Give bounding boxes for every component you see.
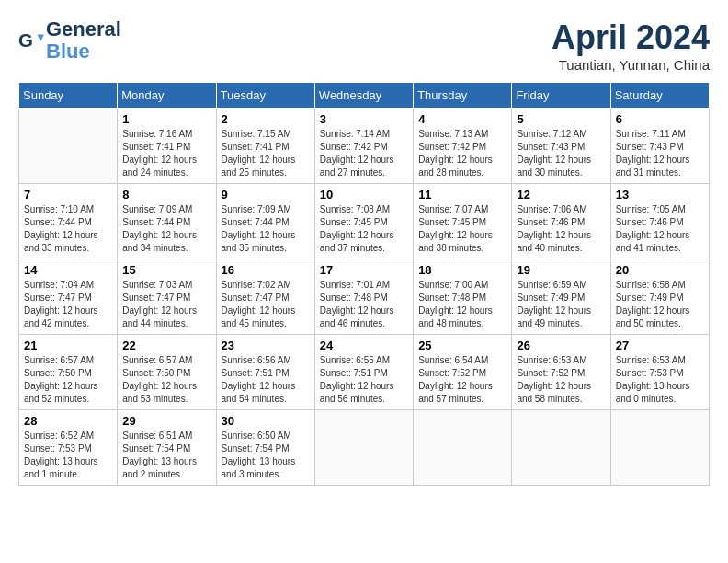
calendar-day-cell: 15Sunrise: 7:03 AM Sunset: 7:47 PM Dayli… <box>118 259 216 335</box>
day-number: 2 <box>222 112 310 126</box>
day-number: 18 <box>418 263 506 277</box>
day-info: Sunrise: 6:52 AM Sunset: 7:53 PM Dayligh… <box>24 430 112 481</box>
calendar-day-cell: 12Sunrise: 7:06 AM Sunset: 7:46 PM Dayli… <box>512 184 610 259</box>
day-number: 16 <box>222 263 310 277</box>
calendar-day-cell <box>314 410 413 486</box>
day-info: Sunrise: 7:16 AM Sunset: 7:41 PM Dayligh… <box>122 128 210 179</box>
calendar-day-cell: 27Sunrise: 6:53 AM Sunset: 7:53 PM Dayli… <box>610 335 709 410</box>
title-block: April 2024 Tuantian, Yunnan, China <box>552 18 710 73</box>
calendar-day-cell: 28Sunrise: 6:52 AM Sunset: 7:53 PM Dayli… <box>19 410 118 486</box>
day-info: Sunrise: 6:59 AM Sunset: 7:49 PM Dayligh… <box>517 279 605 330</box>
calendar-day-cell: 30Sunrise: 6:50 AM Sunset: 7:54 PM Dayli… <box>216 410 314 486</box>
calendar-week-row: 28Sunrise: 6:52 AM Sunset: 7:53 PM Dayli… <box>19 410 710 486</box>
day-number: 20 <box>616 263 704 277</box>
calendar-day-cell: 4Sunrise: 7:13 AM Sunset: 7:42 PM Daylig… <box>414 109 512 184</box>
day-number: 9 <box>222 188 310 201</box>
day-number: 26 <box>517 339 605 352</box>
day-info: Sunrise: 7:05 AM Sunset: 7:46 PM Dayligh… <box>616 203 704 255</box>
day-info: Sunrise: 7:07 AM Sunset: 7:45 PM Dayligh… <box>418 203 506 255</box>
calendar-week-row: 1Sunrise: 7:16 AM Sunset: 7:41 PM Daylig… <box>19 109 710 184</box>
calendar-day-cell: 9Sunrise: 7:09 AM Sunset: 7:44 PM Daylig… <box>216 184 314 259</box>
day-number: 11 <box>418 188 506 201</box>
day-info: Sunrise: 7:09 AM Sunset: 7:44 PM Dayligh… <box>222 203 310 255</box>
calendar-day-cell: 10Sunrise: 7:08 AM Sunset: 7:45 PM Dayli… <box>314 184 413 259</box>
calendar-day-cell: 1Sunrise: 7:16 AM Sunset: 7:41 PM Daylig… <box>118 109 216 184</box>
page-header: G General Blue April 2024 Tuantian, Yunn… <box>18 18 710 73</box>
calendar-day-cell: 23Sunrise: 6:56 AM Sunset: 7:51 PM Dayli… <box>216 335 314 410</box>
calendar-week-row: 21Sunrise: 6:57 AM Sunset: 7:50 PM Dayli… <box>19 335 710 410</box>
day-info: Sunrise: 6:53 AM Sunset: 7:53 PM Dayligh… <box>616 354 704 406</box>
day-number: 25 <box>418 339 506 352</box>
day-number: 29 <box>122 414 210 428</box>
weekday-header: Thursday <box>414 83 512 109</box>
calendar-table: SundayMondayTuesdayWednesdayThursdayFrid… <box>18 82 710 486</box>
day-info: Sunrise: 7:12 AM Sunset: 7:43 PM Dayligh… <box>517 128 605 179</box>
calendar-day-cell: 18Sunrise: 7:00 AM Sunset: 7:48 PM Dayli… <box>414 259 512 335</box>
day-info: Sunrise: 7:04 AM Sunset: 7:47 PM Dayligh… <box>24 279 112 330</box>
day-info: Sunrise: 6:50 AM Sunset: 7:54 PM Dayligh… <box>222 430 310 481</box>
day-info: Sunrise: 7:01 AM Sunset: 7:48 PM Dayligh… <box>320 279 408 330</box>
calendar-day-cell: 7Sunrise: 7:10 AM Sunset: 7:44 PM Daylig… <box>19 184 118 259</box>
logo-text: General Blue <box>46 18 121 63</box>
calendar-day-cell: 14Sunrise: 7:04 AM Sunset: 7:47 PM Dayli… <box>19 259 118 335</box>
calendar-day-cell: 2Sunrise: 7:15 AM Sunset: 7:41 PM Daylig… <box>216 109 314 184</box>
svg-text:G: G <box>18 29 33 51</box>
day-number: 17 <box>320 263 408 277</box>
day-info: Sunrise: 6:58 AM Sunset: 7:49 PM Dayligh… <box>616 279 704 330</box>
day-number: 7 <box>24 188 112 201</box>
calendar-day-cell: 21Sunrise: 6:57 AM Sunset: 7:50 PM Dayli… <box>19 335 118 410</box>
weekday-header: Sunday <box>19 83 118 109</box>
weekday-header: Saturday <box>610 83 709 109</box>
calendar-day-cell: 20Sunrise: 6:58 AM Sunset: 7:49 PM Dayli… <box>610 259 709 335</box>
day-info: Sunrise: 7:03 AM Sunset: 7:47 PM Dayligh… <box>122 279 210 330</box>
day-number: 19 <box>517 263 605 277</box>
calendar-day-cell: 16Sunrise: 7:02 AM Sunset: 7:47 PM Dayli… <box>216 259 314 335</box>
day-number: 3 <box>320 112 408 126</box>
calendar-day-cell: 25Sunrise: 6:54 AM Sunset: 7:52 PM Dayli… <box>414 335 512 410</box>
calendar-day-cell <box>512 410 610 486</box>
weekday-header: Tuesday <box>216 83 314 109</box>
day-info: Sunrise: 7:11 AM Sunset: 7:43 PM Dayligh… <box>616 128 704 179</box>
day-info: Sunrise: 6:57 AM Sunset: 7:50 PM Dayligh… <box>122 354 210 406</box>
day-info: Sunrise: 7:10 AM Sunset: 7:44 PM Dayligh… <box>24 203 112 255</box>
day-info: Sunrise: 7:06 AM Sunset: 7:46 PM Dayligh… <box>517 203 605 255</box>
logo: G General Blue <box>18 18 121 63</box>
calendar-day-cell: 26Sunrise: 6:53 AM Sunset: 7:52 PM Dayli… <box>512 335 610 410</box>
day-info: Sunrise: 7:00 AM Sunset: 7:48 PM Dayligh… <box>418 279 506 330</box>
calendar-week-row: 14Sunrise: 7:04 AM Sunset: 7:47 PM Dayli… <box>19 259 710 335</box>
weekday-header: Monday <box>118 83 216 109</box>
day-number: 10 <box>320 188 408 201</box>
calendar-day-cell <box>610 410 709 486</box>
calendar-day-cell: 22Sunrise: 6:57 AM Sunset: 7:50 PM Dayli… <box>118 335 216 410</box>
day-info: Sunrise: 6:54 AM Sunset: 7:52 PM Dayligh… <box>418 354 506 406</box>
day-number: 13 <box>616 188 704 201</box>
calendar-day-cell: 6Sunrise: 7:11 AM Sunset: 7:43 PM Daylig… <box>610 109 709 184</box>
day-number: 4 <box>418 112 506 126</box>
day-number: 1 <box>122 112 210 126</box>
calendar-day-cell <box>414 410 512 486</box>
calendar-day-cell: 13Sunrise: 7:05 AM Sunset: 7:46 PM Dayli… <box>610 184 709 259</box>
day-number: 6 <box>616 112 704 126</box>
logo-icon: G <box>18 28 44 53</box>
calendar-day-cell: 11Sunrise: 7:07 AM Sunset: 7:45 PM Dayli… <box>414 184 512 259</box>
calendar-day-cell: 29Sunrise: 6:51 AM Sunset: 7:54 PM Dayli… <box>118 410 216 486</box>
logo-line2: Blue <box>46 40 90 63</box>
day-number: 5 <box>517 112 605 126</box>
day-info: Sunrise: 7:15 AM Sunset: 7:41 PM Dayligh… <box>222 128 310 179</box>
day-number: 28 <box>24 414 112 428</box>
day-info: Sunrise: 7:02 AM Sunset: 7:47 PM Dayligh… <box>222 279 310 330</box>
day-info: Sunrise: 6:51 AM Sunset: 7:54 PM Dayligh… <box>122 430 210 481</box>
day-info: Sunrise: 6:55 AM Sunset: 7:51 PM Dayligh… <box>320 354 408 406</box>
day-info: Sunrise: 7:08 AM Sunset: 7:45 PM Dayligh… <box>320 203 408 255</box>
day-number: 24 <box>320 339 408 352</box>
calendar-day-cell: 17Sunrise: 7:01 AM Sunset: 7:48 PM Dayli… <box>314 259 413 335</box>
weekday-header: Friday <box>512 83 610 109</box>
calendar-day-cell: 19Sunrise: 6:59 AM Sunset: 7:49 PM Dayli… <box>512 259 610 335</box>
day-number: 14 <box>24 263 112 277</box>
day-number: 21 <box>24 339 112 352</box>
calendar-day-cell <box>19 109 118 184</box>
day-number: 30 <box>222 414 310 428</box>
month-title: April 2024 <box>552 18 710 57</box>
calendar-day-cell: 3Sunrise: 7:14 AM Sunset: 7:42 PM Daylig… <box>314 109 413 184</box>
logo-line1: General <box>46 17 121 40</box>
